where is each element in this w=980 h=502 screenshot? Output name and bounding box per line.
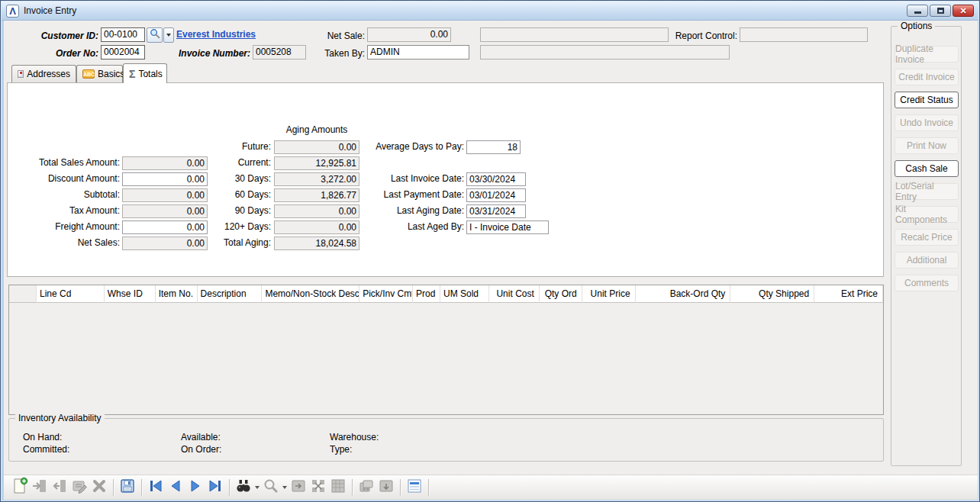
total-sales-amount-label: Total Sales Amount:: [20, 156, 120, 169]
first-record-button[interactable]: [146, 478, 166, 497]
new-record-button[interactable]: [10, 478, 30, 497]
last-invoice-date-field[interactable]: 03/30/2024: [466, 172, 526, 186]
last-payment-date-field[interactable]: 03/01/2024: [466, 188, 526, 202]
additional-button: Additional: [895, 252, 959, 269]
close-button[interactable]: ✕: [953, 5, 974, 17]
customer-id-label: Customer ID:: [19, 30, 98, 43]
120-days-label: 120+ Days:: [191, 220, 271, 233]
window-content: Customer ID: 00-0100 Everest Industries …: [4, 21, 978, 500]
grid-body: [9, 303, 883, 414]
credit-status-button[interactable]: Credit Status: [895, 92, 959, 108]
close-icon: ✕: [959, 7, 966, 15]
committed-label: Committed:: [23, 444, 69, 455]
tab-addresses[interactable]: Addresses: [11, 65, 76, 82]
find-record-icon: [234, 477, 253, 498]
taken-by-field[interactable]: ADMIN: [367, 45, 469, 60]
delete-record-icon: [90, 477, 108, 498]
last-invoice-date-label: Last Invoice Date:: [359, 172, 464, 185]
insert-line-button: [30, 478, 50, 497]
current-field: 12,925.81: [274, 156, 359, 170]
save-record-button[interactable]: [118, 478, 137, 497]
last-aged-by-field[interactable]: I - Invoice Date: [466, 220, 549, 234]
toolbar-separator: [400, 479, 401, 496]
customer-name-link[interactable]: Everest Industries: [176, 29, 256, 40]
net-sale-field: 0.00: [367, 27, 451, 42]
memo-field-1: [480, 27, 669, 42]
previous-record-button[interactable]: [166, 478, 185, 497]
zoom-icon: [262, 477, 280, 498]
comments-button: Comments: [895, 275, 959, 291]
memo-field-2: [480, 45, 730, 60]
grid-col-pick-inv-cmts[interactable]: Pick/Inv Cmts: [359, 285, 413, 303]
freight-amount-label: Freight Amount:: [20, 220, 120, 233]
kit-components-button: Kit Components: [895, 206, 959, 223]
last-payment-date-label: Last Payment Date:: [359, 188, 464, 201]
delete-record-button: [89, 478, 109, 497]
total-aging-field: 18,024.58: [274, 237, 359, 250]
grid-col-description[interactable]: Description: [198, 285, 263, 303]
last-record-button[interactable]: [205, 478, 225, 497]
line-items-grid: Line CdWhse IDItem No.DescriptionMemo/No…: [8, 285, 884, 415]
customer-id-field[interactable]: 00-0100: [101, 27, 145, 42]
remove-line-button: [50, 478, 69, 497]
aging-amounts-title: Aging Amounts: [274, 124, 359, 136]
grid-col-qty-shipped[interactable]: Qty Shipped: [730, 285, 814, 303]
customer-lookup-dropdown[interactable]: [163, 27, 174, 43]
order-no-field[interactable]: 0002004: [101, 45, 145, 60]
grid-col-memo-non-stock-desc[interactable]: Memo/Non-Stock Desc: [262, 285, 359, 303]
discount-amount-label: Discount Amount:: [20, 172, 120, 185]
tab-totals[interactable]: Totals: [123, 63, 167, 83]
grid-col-qty-ord[interactable]: Qty Ord: [540, 285, 582, 303]
grid-col-um-sold[interactable]: UM Sold: [440, 285, 489, 303]
grid-settings-button: [328, 478, 348, 497]
accountmate-logo-icon: Λ: [6, 5, 19, 18]
minimize-button[interactable]: [907, 5, 928, 17]
copy-lines-icon: [357, 477, 376, 498]
grid-col-whse-id[interactable]: Whse ID: [105, 285, 156, 303]
line-items-list-button[interactable]: [405, 478, 424, 497]
print-now-button: Print Now: [895, 137, 959, 154]
grid-col-back-ord-qty[interactable]: Back-Ord Qty: [636, 285, 731, 303]
zoom-dropdown: [281, 478, 289, 497]
chevron-down-icon: [255, 486, 260, 489]
inventory-availability-legend: Inventory Availability: [15, 413, 105, 424]
undo-invoice-button: Undo Invoice: [895, 114, 959, 131]
grid-col-line-cd[interactable]: Line Cd: [37, 285, 105, 303]
transfer-button: [289, 478, 308, 497]
transfer-icon: [289, 477, 308, 498]
grid-col-prod[interactable]: Prod: [413, 285, 440, 303]
unlink-icon: [309, 477, 327, 498]
tab-addresses-label: Addresses: [27, 69, 70, 79]
sigma-icon: [129, 69, 135, 79]
available-label: Available:: [181, 432, 221, 443]
next-record-button[interactable]: [185, 478, 205, 497]
tax-amount-label: Tax Amount:: [20, 204, 120, 217]
find-record-dropdown[interactable]: [253, 478, 261, 497]
current-label: Current:: [191, 156, 271, 169]
title-bar: Λ Invoice Entry ✕: [2, 2, 978, 21]
grid-col-item-no[interactable]: Item No.: [156, 285, 198, 303]
tab-totals-label: Totals: [138, 69, 162, 79]
grid-col-ext-price[interactable]: Ext Price: [814, 285, 883, 303]
window-controls: ✕: [907, 5, 978, 17]
grid-header-row: Line CdWhse IDItem No.DescriptionMemo/No…: [9, 285, 883, 303]
previous-record-icon: [166, 477, 185, 498]
recalc-price-button: Recalc Price: [895, 229, 959, 246]
edit-record-icon: [70, 477, 89, 498]
tab-basics-label: Basics: [98, 69, 124, 79]
cash-sale-button[interactable]: Cash Sale: [895, 160, 959, 177]
total-aging-label: Total Aging:: [191, 237, 271, 249]
net-sale-label: Net Sale:: [294, 30, 365, 43]
customer-lookup-button[interactable]: [147, 27, 163, 43]
tab-basics[interactable]: Basics: [76, 65, 123, 82]
grid-col-unit-price[interactable]: Unit Price: [582, 285, 636, 303]
collapse-lines-icon: [377, 477, 395, 498]
find-record-button[interactable]: [234, 478, 253, 497]
grid-row-selector-header[interactable]: [9, 285, 37, 303]
duplicate-invoice-button: Duplicate Invoice: [895, 46, 959, 63]
last-aging-date-field[interactable]: 03/31/2024: [466, 204, 526, 218]
maximize-button[interactable]: [930, 5, 951, 17]
chevron-down-icon: [166, 34, 171, 37]
average-days-to-pay-field[interactable]: 18: [466, 140, 521, 154]
grid-col-unit-cost[interactable]: Unit Cost: [489, 285, 540, 303]
